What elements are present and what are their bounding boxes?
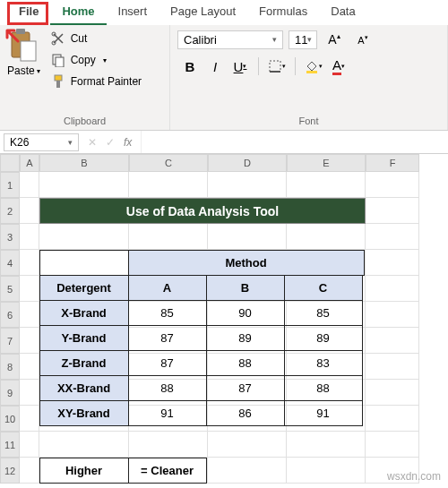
data-cell[interactable]: 85 <box>284 300 363 326</box>
tab-home[interactable]: Home <box>50 0 106 25</box>
row-label[interactable]: Z-Brand <box>39 350 129 376</box>
fx-icon[interactable]: fx <box>124 136 132 149</box>
font-name-select[interactable]: Calibri▾ <box>177 30 283 49</box>
data-cell[interactable]: 88 <box>128 375 207 401</box>
detergent-header[interactable]: Detergent <box>39 275 129 301</box>
cell[interactable] <box>39 432 129 458</box>
cell[interactable] <box>287 432 366 458</box>
cell[interactable] <box>20 432 39 458</box>
copy-button[interactable]: Copy▾ <box>47 50 145 70</box>
cell[interactable] <box>20 276 39 302</box>
col-header[interactable]: B <box>206 275 285 301</box>
cell[interactable] <box>39 224 129 250</box>
cell[interactable] <box>20 458 39 484</box>
column-header[interactable]: D <box>208 154 287 172</box>
row-header[interactable]: 1 <box>0 172 20 198</box>
data-cell[interactable]: 89 <box>206 325 285 351</box>
data-cell[interactable]: 87 <box>128 350 207 376</box>
row-header[interactable]: 4 <box>0 250 20 276</box>
cell[interactable] <box>208 224 287 250</box>
cell[interactable] <box>20 328 39 354</box>
data-cell[interactable]: 91 <box>128 400 207 426</box>
formula-bar-input[interactable] <box>141 131 448 153</box>
name-box[interactable]: K26▾ <box>4 133 79 151</box>
column-header[interactable]: C <box>129 154 208 172</box>
data-cell[interactable]: 85 <box>128 300 207 326</box>
row-header[interactable]: 2 <box>0 198 20 224</box>
title-cell[interactable]: Use of Data Analysis Tool <box>39 198 366 224</box>
format-painter-button[interactable]: Format Painter <box>47 72 145 91</box>
row-header[interactable]: 6 <box>0 302 20 328</box>
cell[interactable] <box>20 172 39 198</box>
row-header[interactable]: 10 <box>0 406 20 432</box>
cell[interactable] <box>366 328 419 354</box>
data-cell[interactable]: 91 <box>284 400 363 426</box>
data-cell[interactable]: 88 <box>206 350 285 376</box>
tab-formulas[interactable]: Formulas <box>247 0 319 25</box>
row-label[interactable]: X-Brand <box>39 300 129 326</box>
cell[interactable] <box>366 172 419 198</box>
legend-higher[interactable]: Higher <box>39 458 129 484</box>
data-cell[interactable]: 83 <box>284 350 363 376</box>
column-header[interactable]: A <box>20 154 39 172</box>
row-header[interactable]: 3 <box>0 224 20 250</box>
row-label[interactable]: Y-Brand <box>39 325 129 351</box>
cancel-icon[interactable]: ✕ <box>88 136 97 149</box>
tab-page-layout[interactable]: Page Layout <box>159 0 247 25</box>
col-header[interactable]: A <box>128 275 207 301</box>
underline-button[interactable]: U▾ <box>231 57 249 75</box>
enter-icon[interactable]: ✓ <box>106 136 115 149</box>
row-header[interactable]: 11 <box>0 432 20 458</box>
cell[interactable] <box>20 250 39 276</box>
tab-insert[interactable]: Insert <box>107 0 159 25</box>
font-color-button[interactable]: A▾ <box>330 57 348 75</box>
cell[interactable] <box>20 198 39 224</box>
cell[interactable] <box>366 380 419 406</box>
row-header[interactable]: 5 <box>0 276 20 302</box>
cell[interactable] <box>366 432 419 458</box>
row-label[interactable]: XY-Brand <box>39 400 129 426</box>
row-header[interactable]: 8 <box>0 354 20 380</box>
cell[interactable] <box>208 432 287 458</box>
cell[interactable] <box>366 276 419 302</box>
row-label[interactable]: XX-Brand <box>39 375 129 401</box>
cell[interactable] <box>20 380 39 406</box>
column-header[interactable]: E <box>287 154 366 172</box>
column-header[interactable]: B <box>39 154 129 172</box>
data-cell[interactable]: 89 <box>284 325 363 351</box>
legend-cleaner[interactable]: = Cleaner <box>128 458 207 484</box>
cell[interactable] <box>366 302 419 328</box>
cell[interactable] <box>129 432 208 458</box>
cell[interactable] <box>366 224 419 250</box>
tab-data[interactable]: Data <box>319 0 366 25</box>
data-cell[interactable]: 90 <box>206 300 285 326</box>
row-header[interactable]: 7 <box>0 328 20 354</box>
cell[interactable] <box>129 224 208 250</box>
cell[interactable] <box>20 406 39 432</box>
col-header[interactable]: C <box>284 275 363 301</box>
row-header[interactable]: 9 <box>0 380 20 406</box>
increase-font-button[interactable]: A▴ <box>323 29 346 50</box>
select-all-cell[interactable] <box>0 154 20 172</box>
cut-button[interactable]: Cut <box>47 29 145 48</box>
cell[interactable] <box>20 224 39 250</box>
bold-button[interactable]: B <box>181 57 199 75</box>
tab-file[interactable]: File <box>7 0 50 25</box>
worksheet-grid[interactable]: 123456789101112 ABCDEF Use of Data Analy… <box>0 154 448 484</box>
cell[interactable] <box>129 172 208 198</box>
cell[interactable] <box>287 224 366 250</box>
decrease-font-button[interactable]: A▾ <box>351 29 375 50</box>
italic-button[interactable]: I <box>206 57 224 75</box>
cell[interactable] <box>366 354 419 380</box>
cell[interactable] <box>39 172 129 198</box>
data-cell[interactable]: 87 <box>128 325 207 351</box>
data-cell[interactable]: 88 <box>284 375 363 401</box>
column-header[interactable]: F <box>366 154 419 172</box>
cell[interactable] <box>20 302 39 328</box>
cell[interactable] <box>287 172 366 198</box>
font-size-select[interactable]: 11▾ <box>289 30 317 49</box>
border-button[interactable]: ▾ <box>268 57 286 75</box>
data-cell[interactable]: 86 <box>206 400 285 426</box>
cell[interactable] <box>366 406 419 432</box>
cell[interactable] <box>20 354 39 380</box>
